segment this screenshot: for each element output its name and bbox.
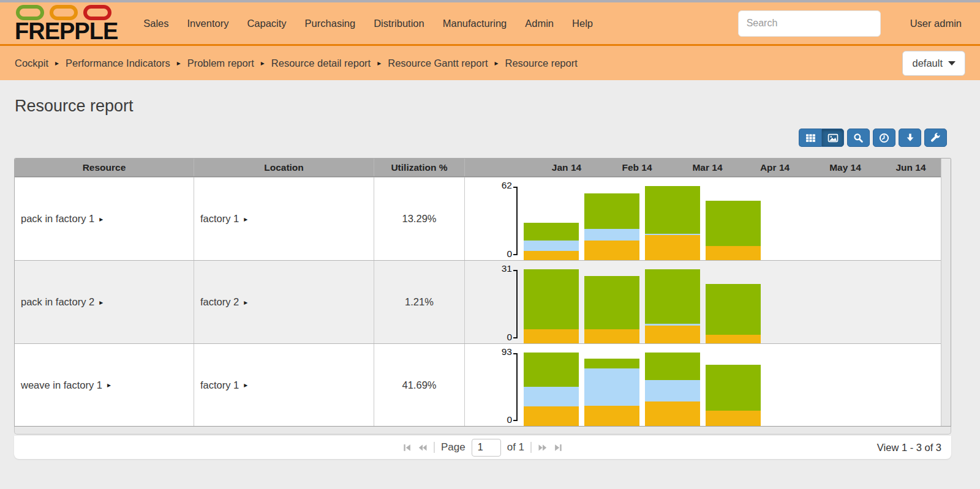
resource-cell: pack in factory 2 ▸ <box>15 261 194 343</box>
column-header-location[interactable]: Location <box>194 159 374 176</box>
table-row: weave in factory 1 ▸ factory 1 ▸ 41.69% … <box>15 343 941 426</box>
view-toggle-group <box>799 129 844 147</box>
breadcrumb-resource-gantt-report[interactable]: Resource Gantt report <box>388 58 488 69</box>
last-page-button[interactable] <box>554 443 563 452</box>
resource-cell: weave in factory 1 ▸ <box>15 344 194 426</box>
menu-item-distribution[interactable]: Distribution <box>374 18 424 29</box>
table-row: pack in factory 1 ▸ factory 1 ▸ 13.29% 6… <box>15 177 941 260</box>
bar-segment-green <box>584 276 639 329</box>
table-view-button[interactable] <box>799 129 821 147</box>
table-area: Resource Location Utilization % Jan 14 F… <box>14 158 951 427</box>
pager-divider <box>434 442 435 453</box>
resource-name: pack in factory 1 <box>21 213 94 225</box>
axis-zero-label: 0 <box>465 248 512 259</box>
next-page-button[interactable] <box>538 443 548 452</box>
view-selector-dropdown[interactable]: default <box>902 51 965 76</box>
axis-max-label: 62 <box>465 180 512 191</box>
page-label: Page <box>441 441 466 454</box>
breadcrumb-cockpit[interactable]: Cockpit <box>15 58 48 69</box>
download-button[interactable] <box>899 129 921 147</box>
first-page-button[interactable] <box>402 443 412 452</box>
menu-item-admin[interactable]: Admin <box>525 18 554 29</box>
breadcrumb-separator-icon: ▸ <box>494 59 498 67</box>
resource-report-table: Resource Location Utilization % Jan 14 F… <box>14 158 951 459</box>
breadcrumb-resource-report[interactable]: Resource report <box>505 58 578 69</box>
bar-segment-green <box>524 269 579 329</box>
location-cell: factory 1 ▸ <box>194 177 374 260</box>
next-page-icon <box>538 443 548 452</box>
breadcrumb: Cockpit ▸ Performance Indicators ▸ Probl… <box>0 46 980 80</box>
column-header-months: Jan 14 Feb 14 Mar 14 Apr 14 May 14 Jun 1… <box>465 159 941 176</box>
bar-segment-blue <box>645 380 700 401</box>
bar-segment-blue <box>524 387 579 406</box>
utilization-cell: 13.29% <box>374 177 465 260</box>
month-header: Jun 14 <box>895 162 925 173</box>
view-range-label: View 1 - 3 of 3 <box>877 442 941 454</box>
bar-segment-blue <box>645 324 700 326</box>
breadcrumb-separator-icon: ▸ <box>177 59 181 67</box>
y-axis <box>513 187 518 255</box>
breadcrumb-problem-report[interactable]: Problem report <box>187 58 254 69</box>
drilldown-arrow-icon[interactable]: ▸ <box>99 215 103 223</box>
location-name: factory 2 <box>200 296 239 308</box>
menu-item-capacity[interactable]: Capacity <box>247 18 286 29</box>
breadcrumb-performance-indicators[interactable]: Performance Indicators <box>66 58 170 69</box>
menu-item-sales[interactable]: Sales <box>143 18 168 29</box>
previous-page-button[interactable] <box>418 443 428 452</box>
bar-segment-blue <box>584 368 639 406</box>
menu-item-purchasing[interactable]: Purchasing <box>305 18 356 29</box>
month-header: May 14 <box>829 162 861 173</box>
pager-bar: Page of 1 View 1 - 3 of 3 <box>14 436 951 459</box>
customize-button[interactable] <box>924 129 947 147</box>
pager-divider <box>530 442 532 453</box>
bar-segment-orange <box>584 329 639 343</box>
axis-zero-label: 0 <box>465 414 512 425</box>
user-menu[interactable]: User admin <box>910 18 962 29</box>
location-cell: factory 1 ▸ <box>194 344 374 426</box>
vertical-scrollbar[interactable] <box>941 159 951 426</box>
download-icon <box>905 133 915 143</box>
last-page-icon <box>554 443 563 452</box>
table-icon <box>805 133 816 143</box>
time-bucket-button[interactable] <box>873 129 895 147</box>
menu-item-help[interactable]: Help <box>572 18 593 29</box>
page-number-input[interactable] <box>472 439 501 457</box>
column-header-resource[interactable]: Resource <box>15 159 194 176</box>
frepple-logo[interactable]: FREPPLE <box>15 5 118 42</box>
month-header: Apr 14 <box>760 162 790 173</box>
utilization-chart: 31 0 <box>465 261 941 343</box>
table-row: pack in factory 2 ▸ factory 2 ▸ 1.21% 31… <box>15 260 941 343</box>
chevron-down-icon <box>948 61 956 65</box>
menu-item-inventory[interactable]: Inventory <box>187 18 229 29</box>
axis-zero-label: 0 <box>465 332 512 343</box>
drilldown-arrow-icon[interactable]: ▸ <box>244 298 247 307</box>
report-toolbar <box>799 129 947 147</box>
bar-segment-orange <box>706 246 761 260</box>
bar-segment-orange <box>524 251 579 260</box>
search-button[interactable] <box>847 129 870 147</box>
breadcrumb-separator-icon: ▸ <box>55 59 59 67</box>
bar-segment-blue <box>645 234 700 235</box>
axis-max-label: 31 <box>465 263 512 274</box>
drilldown-arrow-icon[interactable]: ▸ <box>244 215 247 223</box>
bar-segment-orange <box>584 406 639 426</box>
utilization-cell: 41.69% <box>374 344 465 426</box>
bar-segment-orange <box>524 329 579 343</box>
view-selector-label: default <box>912 58 943 69</box>
drilldown-arrow-icon[interactable]: ▸ <box>244 381 247 389</box>
menu-item-manufacturing[interactable]: Manufacturing <box>443 18 507 29</box>
graph-view-button[interactable] <box>821 129 844 147</box>
drilldown-arrow-icon[interactable]: ▸ <box>99 298 103 307</box>
bar-segment-blue <box>524 241 579 251</box>
breadcrumb-separator-icon: ▸ <box>261 59 265 67</box>
bar-segment-green <box>706 284 761 335</box>
bar-segment-blue <box>584 229 639 241</box>
search-input[interactable] <box>738 10 881 37</box>
breadcrumb-resource-detail-report[interactable]: Resource detail report <box>271 58 371 69</box>
horizontal-scrollbar[interactable] <box>14 427 951 435</box>
breadcrumb-separator-icon: ▸ <box>377 59 381 67</box>
bar-segment-green <box>706 365 761 411</box>
column-header-utilization[interactable]: Utilization % <box>374 159 465 176</box>
drilldown-arrow-icon[interactable]: ▸ <box>107 381 111 389</box>
table-header-row: Resource Location Utilization % Jan 14 F… <box>15 159 941 177</box>
